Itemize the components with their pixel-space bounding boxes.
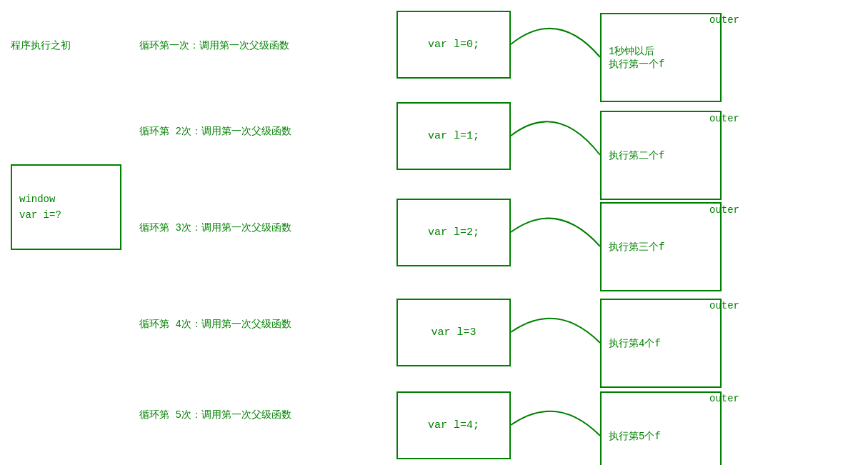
exec-line2-1: 执行第一个f: [609, 58, 664, 71]
row-label-4: 循环第 4次：调用第一次父级函数: [139, 318, 291, 331]
row-label-5: 循环第 5次：调用第一次父级函数: [139, 409, 291, 421]
outer-label-2: outer: [709, 113, 739, 124]
outer-label-3: outer: [709, 204, 739, 216]
exec-box-1: 1秒钟以后 执行第一个f: [600, 13, 722, 102]
exec-line2-5: 执行第5个f: [609, 430, 661, 443]
outer-label-4: outer: [709, 300, 739, 311]
row-label-1: 循环第一次：调用第一次父级函数: [139, 39, 289, 52]
var-box-2: var l=1;: [396, 102, 511, 170]
exec-line2-3: 执行第三个f: [609, 241, 664, 254]
var-box-3: var l=2;: [396, 199, 511, 266]
var-box-1: var l=0;: [396, 11, 511, 79]
window-line1: window: [19, 191, 113, 207]
diagram: 程序执行之初 window var i=? 循环第一次：调用第一次父级函数 va…: [0, 0, 868, 465]
exec-box-2: 执行第二个f: [600, 111, 722, 200]
exec-line2-2: 执行第二个f: [609, 149, 664, 162]
program-start-label: 程序执行之初: [11, 39, 71, 52]
var-box-4: var l=3: [396, 299, 511, 366]
row-label-3: 循环第 3次：调用第一次父级函数: [139, 221, 291, 234]
outer-label-5: outer: [709, 393, 739, 404]
exec-line1-1: 1秒钟以后: [609, 45, 654, 58]
exec-box-4: 执行第4个f: [600, 299, 722, 388]
exec-line2-4: 执行第4个f: [609, 337, 661, 350]
outer-label-1: outer: [709, 14, 739, 26]
exec-box-5: 执行第5个f: [600, 391, 722, 465]
window-line2: var i=?: [19, 207, 113, 223]
var-box-5: var l=4;: [396, 391, 511, 459]
exec-box-3: 执行第三个f: [600, 202, 722, 291]
window-box: window var i=?: [11, 164, 121, 250]
row-label-2: 循环第 2次：调用第一次父级函数: [139, 125, 291, 138]
